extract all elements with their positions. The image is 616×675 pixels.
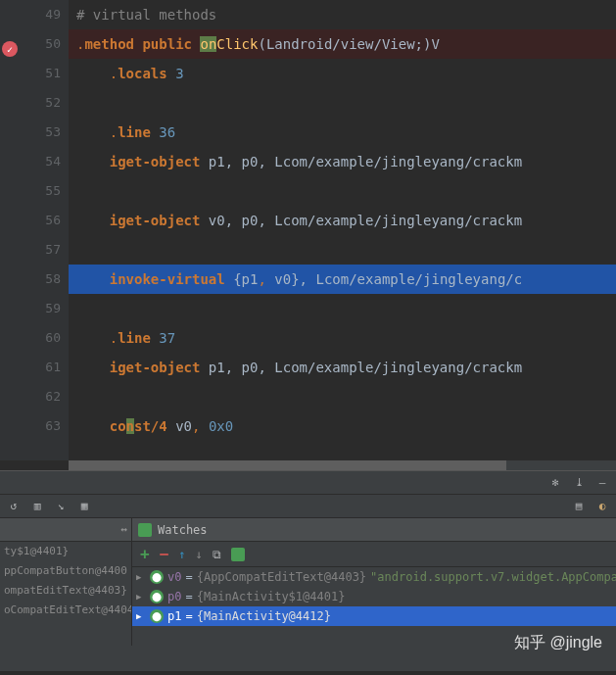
line-number-gutter: 495051525354555657585960616263 (20, 0, 69, 460)
line-number: 63 (20, 411, 61, 441)
code-token: 3 (175, 66, 183, 81)
watches-duplicate-icon[interactable] (231, 548, 245, 561)
line-number: 55 (20, 176, 61, 206)
code-token: v0, p0, Lcom/example/jingleyang/crackm (200, 213, 522, 228)
equals-sign: = (185, 606, 192, 626)
variable-kind-icon: ⬤ (150, 609, 164, 623)
variable-row[interactable]: ▶ ⬤ v0 = {AppCompatEditText@4403} "andro… (132, 567, 616, 587)
code-token: , (258, 271, 274, 287)
threads-icon[interactable]: ▥ (29, 499, 45, 514)
code-token: (Landroid/view/View;)V (258, 36, 439, 52)
frames-header: ↔ (0, 518, 131, 542)
watches-label: Watches (158, 523, 208, 537)
code-token: locals (118, 66, 175, 81)
line-number: 61 (20, 353, 61, 382)
filter-icon[interactable]: ▤ (571, 499, 587, 514)
move-up-icon[interactable]: ↑ (178, 548, 185, 561)
variable-type: {MainActivity@4412} (197, 606, 331, 626)
code-token: p1 (242, 271, 259, 287)
frame-item[interactable]: ppCompatButton@4400 (0, 561, 131, 581)
variable-row[interactable]: ▶ ⬤ p0 = {MainActivity$1@4401} (132, 587, 616, 606)
line-number: 49 (20, 0, 61, 29)
add-watch-icon[interactable]: + (140, 545, 150, 563)
watches-panel: Watches ↔ + − ↑ ↓ ⧉ ▶ ⬤ v0 = {AppCompatE… (132, 518, 616, 646)
code-editor[interactable]: # virtual methods .method public onClick… (69, 0, 616, 460)
code-token: { (225, 271, 242, 287)
frame-item[interactable]: oCompatEditText@4404} (0, 601, 131, 620)
variable-name: v0 (167, 567, 181, 587)
comment-text: # virtual methods (76, 7, 216, 23)
expand-arrow-icon[interactable]: ▶ (136, 606, 146, 626)
code-token: 37 (159, 330, 175, 346)
close-icon[interactable]: — (594, 475, 610, 491)
code-token: p1, p0, Lcom/example/jingleyang/crackm (200, 360, 522, 375)
code-token: p1, p0, Lcom/example/jingleyang/crackm (200, 154, 522, 169)
copy-icon[interactable]: ⧉ (213, 548, 221, 561)
frame-item[interactable]: ompatEditText@4403} "a (0, 581, 131, 601)
code-token: st/4 (134, 418, 167, 434)
line-number: 62 (20, 382, 61, 411)
code-token: } (291, 271, 299, 287)
line-number: 58 (20, 265, 61, 294)
watches-icon (138, 523, 152, 537)
pin-icon[interactable]: ⤓ (571, 475, 587, 491)
settings-icon[interactable]: ◐ (594, 499, 610, 514)
code-token: co (110, 418, 126, 434)
expand-arrow-icon[interactable]: ▶ (136, 587, 146, 606)
code-token: , (192, 418, 209, 434)
code-token: 0x0 (209, 418, 233, 434)
code-token: . (110, 66, 118, 81)
calculator-icon[interactable]: ▦ (76, 499, 92, 514)
variable-type: {AppCompatEditText@4403} (197, 567, 366, 587)
code-token: v0 (167, 418, 192, 434)
line-number: 53 (20, 118, 61, 147)
code-token: line (118, 330, 159, 346)
code-token: iget-object (110, 360, 201, 375)
code-token: Click (216, 36, 258, 52)
variable-value: "android.support.v7.widget.AppCompatEdit (370, 567, 616, 587)
variable-row[interactable]: ▶ ⬤ p1 = {MainActivity@4412} (132, 606, 616, 626)
code-token: iget-object (110, 213, 201, 228)
variable-kind-icon: ⬤ (150, 570, 164, 584)
code-token: . (110, 124, 118, 140)
frames-panel: ↔ ty$1@4401}ppCompatButton@4400ompatEdit… (0, 518, 132, 646)
move-down-icon[interactable]: ↓ (196, 548, 203, 561)
line-number: 50 (20, 29, 61, 59)
variable-name: p0 (167, 587, 181, 606)
line-number: 57 (20, 235, 61, 265)
breakpoint-icon[interactable] (2, 41, 18, 57)
remove-watch-icon[interactable]: − (160, 545, 169, 563)
line-number: 56 (20, 206, 61, 235)
restore-layout-icon[interactable]: ↺ (6, 499, 22, 514)
line-number: 60 (20, 323, 61, 353)
line-number: 52 (20, 88, 61, 118)
step-icon[interactable]: ↘ (53, 499, 69, 514)
code-token: method public (84, 36, 200, 52)
code-token: iget-object (110, 154, 201, 169)
horizontal-scrollbar[interactable] (69, 460, 616, 470)
code-token: line (118, 124, 159, 140)
code-token: v0 (274, 271, 291, 287)
watermark: 知乎 @jingle (514, 633, 602, 653)
line-number: 59 (20, 294, 61, 323)
gear-icon[interactable]: ✻ (547, 475, 563, 491)
code-token: invoke-virtual (110, 271, 225, 287)
variable-type: {MainActivity$1@4401} (197, 587, 346, 606)
frame-item[interactable]: ty$1@4401} (0, 542, 131, 561)
code-token: 36 (159, 124, 175, 140)
code-token: , Lcom/example/jingleyang/c (300, 271, 523, 287)
code-token: on (200, 36, 216, 52)
equals-sign: = (185, 567, 192, 587)
variable-kind-icon: ⬤ (150, 590, 164, 603)
line-number: 51 (20, 59, 61, 88)
line-number: 54 (20, 147, 61, 176)
code-token: . (110, 330, 118, 346)
variable-name: p1 (167, 606, 181, 626)
code-token: n (126, 418, 134, 434)
equals-sign: = (185, 587, 192, 606)
expand-arrow-icon[interactable]: ▶ (136, 567, 146, 587)
